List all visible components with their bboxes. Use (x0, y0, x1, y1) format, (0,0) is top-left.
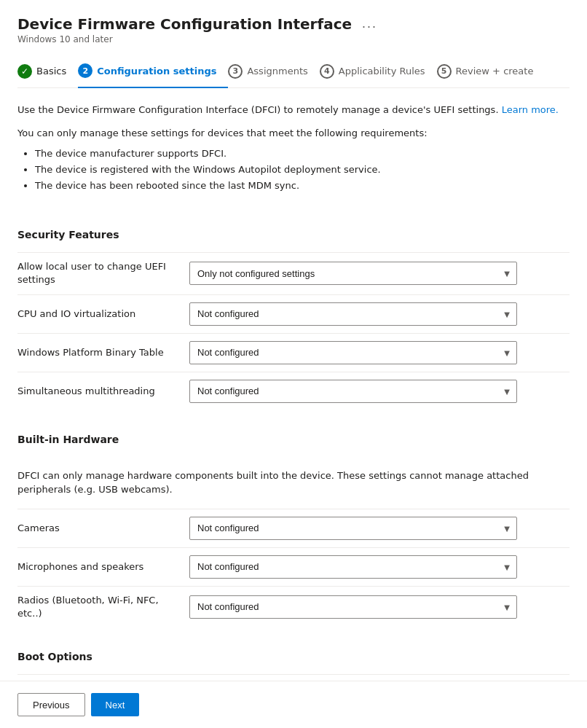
allow-local-user-select[interactable]: Not configured Only not configured setti… (189, 262, 517, 285)
windows-platform-row: Windows Platform Binary Table Not config… (17, 333, 570, 372)
cpu-io-row: CPU and IO virtualization Not configured… (17, 294, 570, 333)
step-review-circle: 5 (437, 64, 452, 79)
learn-more-link[interactable]: Learn more. (502, 104, 559, 115)
simultaneous-multithreading-select-wrapper: Not configured Enable Disable ▼ (189, 380, 517, 403)
footer: Previous Next (0, 681, 587, 728)
page-title: Device Firmware Configuration Interface (17, 15, 352, 33)
step-applicability-rules[interactable]: 4 Applicability Rules (320, 57, 437, 87)
radios-control: Not configured Enable Disable ▼ (189, 595, 517, 619)
radios-label: Radios (Bluetooth, Wi-Fi, NFC, etc..) (17, 594, 178, 620)
cpu-io-label: CPU and IO virtualization (17, 308, 178, 321)
step-applicability-circle: 4 (320, 64, 334, 79)
step-config-circle: 2 (78, 63, 92, 78)
security-features-header: Security Features (17, 229, 570, 240)
builtin-hardware-description: DFCI can only manage hardware components… (17, 469, 570, 497)
step-assignments-circle: 3 (228, 64, 243, 79)
windows-platform-control: Not configured Enable Disable ▼ (189, 341, 517, 364)
cameras-select-wrapper: Not configured Enable Disable ▼ (189, 517, 517, 540)
microphones-speakers-row: Microphones and speakers Not configured … (17, 547, 570, 586)
simultaneous-multithreading-select[interactable]: Not configured Enable Disable (189, 380, 517, 403)
windows-platform-select-wrapper: Not configured Enable Disable ▼ (189, 341, 517, 364)
ellipsis-button[interactable]: ... (358, 15, 382, 33)
radios-row: Radios (Bluetooth, Wi-Fi, NFC, etc..) No… (17, 586, 570, 627)
step-assignments[interactable]: 3 Assignments (228, 57, 319, 87)
intro-text: Use the Device Firmware Configuration In… (17, 103, 570, 117)
simultaneous-multithreading-label: Simultaneous multithreading (17, 385, 178, 398)
requirements-text: You can only manage these settings for d… (17, 126, 570, 141)
microphones-speakers-label: Microphones and speakers (17, 560, 178, 574)
requirement-2: The device is registered with the Window… (35, 162, 570, 178)
step-review-label: Review + create (456, 66, 534, 77)
requirements-list: The device manufacturer supports DFCI. T… (17, 146, 570, 194)
step-assignments-label: Assignments (247, 66, 307, 77)
step-applicability-label: Applicability Rules (339, 66, 425, 77)
allow-local-user-row: Allow local user to change UEFI settings… (17, 252, 570, 294)
steps-nav: ✓ Basics 2 Configuration settings 3 Assi… (17, 56, 570, 88)
windows-platform-label: Windows Platform Binary Table (17, 346, 178, 359)
radios-select-wrapper: Not configured Enable Disable ▼ (189, 595, 517, 619)
page-subtitle: Windows 10 and later (17, 34, 570, 44)
allow-local-user-control: Not configured Only not configured setti… (189, 262, 517, 285)
builtin-hardware-header: Built-in Hardware (17, 434, 570, 445)
microphones-speakers-select-wrapper: Not configured Enable Disable ▼ (189, 555, 517, 579)
next-button[interactable]: Next (91, 693, 140, 716)
step-configuration-settings[interactable]: 2 Configuration settings (78, 56, 228, 88)
requirement-1: The device manufacturer supports DFCI. (35, 146, 570, 162)
cpu-io-select-wrapper: Not configured Enable Disable ▼ (189, 302, 517, 326)
requirement-3: The device has been rebooted since the l… (35, 178, 570, 194)
cameras-select[interactable]: Not configured Enable Disable (189, 517, 517, 540)
step-basics-label: Basics (36, 66, 66, 77)
previous-button[interactable]: Previous (17, 693, 85, 716)
simultaneous-multithreading-control: Not configured Enable Disable ▼ (189, 380, 517, 403)
cameras-label: Cameras (17, 522, 178, 535)
cpu-io-select[interactable]: Not configured Enable Disable (189, 302, 517, 326)
step-config-label: Configuration settings (97, 66, 216, 77)
step-basics[interactable]: ✓ Basics (17, 57, 78, 87)
boot-options-header: Boot Options (17, 651, 570, 662)
simultaneous-multithreading-row: Simultaneous multithreading Not configur… (17, 372, 570, 410)
radios-select[interactable]: Not configured Enable Disable (189, 595, 517, 619)
cpu-io-control: Not configured Enable Disable ▼ (189, 302, 517, 326)
microphones-speakers-control: Not configured Enable Disable ▼ (189, 555, 517, 579)
cameras-control: Not configured Enable Disable ▼ (189, 517, 517, 540)
cameras-row: Cameras Not configured Enable Disable ▼ (17, 509, 570, 547)
microphones-speakers-select[interactable]: Not configured Enable Disable (189, 555, 517, 579)
windows-platform-select[interactable]: Not configured Enable Disable (189, 341, 517, 364)
allow-local-user-label: Allow local user to change UEFI settings (17, 260, 178, 286)
step-review-create[interactable]: 5 Review + create (437, 57, 545, 87)
allow-local-user-select-wrapper: Not configured Only not configured setti… (189, 262, 517, 285)
step-basics-circle: ✓ (17, 64, 32, 79)
